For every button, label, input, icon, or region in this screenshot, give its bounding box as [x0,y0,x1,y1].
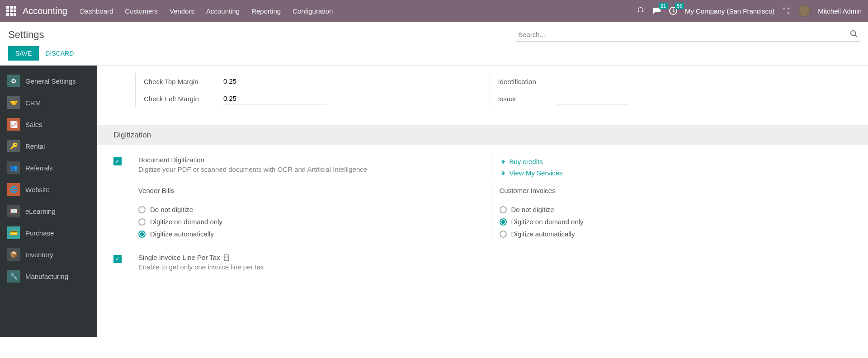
chart-icon: 📈 [7,118,20,131]
avatar[interactable] [798,5,811,17]
book-icon: 📖 [7,205,20,217]
arrow-right-icon [500,159,506,165]
svg-rect-4 [226,256,227,257]
sidebar-item-label: Sales [25,121,42,128]
support-icon[interactable] [636,6,645,15]
globe-icon: 🌐 [7,183,20,196]
messages-icon[interactable]: 21 [652,6,661,15]
sidebar-item-label: General Settings [25,77,76,85]
username[interactable]: Mitchell Admin [818,7,862,15]
sidebar-item-label: Rental [25,142,45,150]
discard-button[interactable]: DISCARD [45,50,74,57]
check-top-margin-input[interactable] [223,75,326,87]
search-input[interactable] [516,28,860,42]
buy-credits-link[interactable]: Buy credits [500,156,852,167]
save-button[interactable]: SAVE [8,46,39,61]
sidebar-crm[interactable]: 🤝CRM [0,92,97,113]
search-icon[interactable] [850,30,858,38]
customer-invoices-heading: Customer Invoices [500,187,852,194]
settings-content: Check Top Margin Check Left Margin Ident… [97,66,868,337]
radio-icon [138,231,146,238]
check-left-margin-label: Check Left Margin [144,95,223,103]
document-digitization-checkbox[interactable]: ✓ [113,157,122,165]
sidebar-manufacturing[interactable]: 🔧Manufacturing [0,265,97,287]
card-icon: 💳 [7,226,20,239]
sidebar-sales[interactable]: 📈Sales [0,113,97,135]
sidebar-rental[interactable]: 🔑Rental [0,135,97,157]
wrench-icon: 🔧 [7,270,20,283]
vendor-opt-auto[interactable]: Digitize automatically [138,228,491,240]
debug-icon[interactable] [782,6,791,15]
svg-point-1 [851,31,856,36]
apps-icon[interactable] [6,6,16,16]
sidebar-item-label: Purchase [25,229,54,237]
sidebar-item-label: Website [25,186,50,193]
svg-rect-5 [225,257,226,258]
menu-customers[interactable]: Customers [125,7,158,15]
customer-opt-auto[interactable]: Digitize automatically [500,228,852,240]
company-selector[interactable]: My Company (San Francisco) [685,7,774,15]
view-services-link[interactable]: View My Services [500,167,852,179]
check-left-margin-input[interactable] [223,93,326,104]
building-icon [223,254,230,261]
gear-icon: ⚙ [7,75,20,87]
menu-dashboard[interactable]: Dashboard [80,7,113,15]
check-top-margin-label: Check Top Margin [144,78,223,85]
svg-rect-3 [225,256,226,257]
box-icon: 📦 [7,248,20,261]
sidebar-elearning[interactable]: 📖eLearning [0,200,97,222]
arrow-right-icon [500,170,506,176]
radio-icon [500,206,507,213]
sidebar-purchase[interactable]: 💳Purchase [0,222,97,244]
sidebar-item-label: Inventory [25,251,53,259]
activities-badge: 55 [675,3,684,9]
section-digitization: Digitization [97,125,868,145]
document-digitization-desc: Digitize your PDF or scanned documents w… [138,165,491,173]
menu-accounting[interactable]: Accounting [206,7,240,15]
radio-icon [138,218,146,226]
page-title: Settings [8,29,44,41]
settings-sidebar: ⚙General Settings 🤝CRM 📈Sales 🔑Rental 👥R… [0,66,97,337]
document-digitization-title: Document Digitization [138,156,491,164]
customer-opt-do-not-digitize[interactable]: Do not digitize [500,203,852,216]
radio-icon [500,231,507,238]
identification-input[interactable] [557,75,629,87]
sidebar-website[interactable]: 🌐Website [0,179,97,200]
main-menu: Dashboard Customers Vendors Accounting R… [80,7,333,15]
messages-badge: 21 [659,3,668,9]
customer-opt-on-demand[interactable]: Digitize on demand only [500,216,852,228]
key-icon: 🔑 [7,140,20,152]
menu-reporting[interactable]: Reporting [251,7,281,15]
identification-label: Identification [498,78,557,85]
activities-icon[interactable]: 55 [669,6,678,15]
issuer-label: Issuer [498,95,557,103]
menu-vendors[interactable]: Vendors [170,7,194,15]
vendor-opt-do-not-digitize[interactable]: Do not digitize [138,203,491,216]
handshake-icon: 🤝 [7,96,20,109]
svg-rect-6 [226,257,227,258]
sidebar-general-settings[interactable]: ⚙General Settings [0,70,97,92]
single-line-tax-title: Single Invoice Line Per Tax [138,254,852,261]
sidebar-inventory[interactable]: 📦Inventory [0,244,97,265]
sidebar-item-label: Manufacturing [25,273,68,280]
radio-icon [138,206,146,213]
single-line-tax-desc: Enable to get only one invoice line per … [138,263,852,271]
brand-title: Accounting [23,6,67,16]
sidebar-item-label: Referrals [25,164,53,172]
top-navbar: Accounting Dashboard Customers Vendors A… [0,0,868,22]
sidebar-item-label: CRM [25,99,41,107]
sidebar-item-label: eLearning [25,207,56,215]
sidebar-referrals[interactable]: 👥Referrals [0,157,97,179]
people-icon: 👥 [7,161,20,174]
vendor-bills-heading: Vendor Bills [138,187,491,194]
single-line-tax-checkbox[interactable]: ✓ [113,255,122,263]
vendor-opt-on-demand[interactable]: Digitize on demand only [138,216,491,228]
radio-icon [500,218,507,226]
svg-rect-2 [224,254,229,260]
menu-configuration[interactable]: Configuration [292,7,333,15]
issuer-input[interactable] [557,93,629,104]
